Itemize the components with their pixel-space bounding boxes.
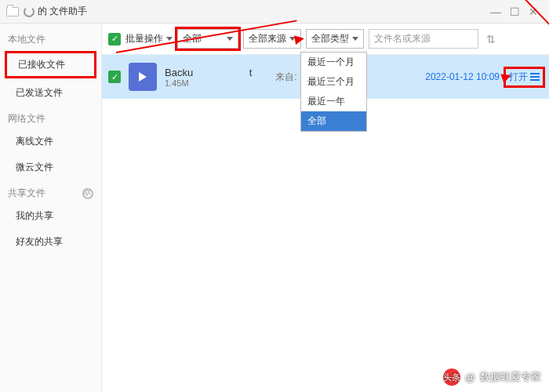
sort-button[interactable]: ⇅ <box>483 33 499 45</box>
close-button[interactable]: ✕ <box>524 4 543 20</box>
chevron-down-icon <box>166 37 173 41</box>
file-checkbox[interactable]: ✓ <box>108 71 121 83</box>
watermark: 头条 @ 数据蛙夏专家 <box>443 368 541 386</box>
chevron-down-icon <box>227 37 233 41</box>
sidebar-item-myshare[interactable]: 我的共享 <box>0 203 101 229</box>
dd-item-1year[interactable]: 最近一年 <box>301 92 366 111</box>
sidebar-item-offline[interactable]: 离线文件 <box>0 129 101 154</box>
sidebar-section-network: 网络文件 <box>0 106 101 129</box>
folder-icon <box>6 7 19 16</box>
dd-item-1month[interactable]: 最近一个月 <box>301 53 366 72</box>
menu-icon[interactable] <box>530 71 540 82</box>
source-filter-dropdown[interactable]: 全部来源 <box>243 29 301 49</box>
sidebar-item-sent[interactable]: 已发送文件 <box>0 80 101 106</box>
watermark-author: 数据蛙夏专家 <box>480 370 541 384</box>
minimize-button[interactable]: — <box>486 4 505 20</box>
file-size: 1.45M <box>165 78 252 88</box>
sidebar-item-weiyun[interactable]: 微云文件 <box>0 154 101 180</box>
dd-item-all[interactable]: 全部 <box>301 111 366 131</box>
file-name-suffix: t <box>249 67 253 78</box>
sidebar-section-local: 本地文件 <box>0 27 101 49</box>
gear-icon[interactable] <box>82 188 93 199</box>
toolbar: ✓ 批量操作 全部 全部来源 全部类型 文件名或来源 ⇅ <box>102 24 549 55</box>
chevron-down-icon <box>352 37 358 41</box>
time-filter-menu: 最近一个月 最近三个月 最近一年 全部 <box>300 52 367 132</box>
watermark-logo-icon: 头条 <box>443 368 460 386</box>
dd-item-3month[interactable]: 最近三个月 <box>301 72 366 92</box>
batch-operations-label[interactable]: 批量操作 <box>125 32 173 45</box>
file-date: 2022-01-12 10:09 <box>425 71 500 82</box>
time-filter-dropdown[interactable]: 全部 <box>177 29 238 49</box>
sidebar: 本地文件 已接收文件 已发送文件 网络文件 离线文件 微云文件 共享文件 我的共… <box>0 24 102 392</box>
window-title: 的 文件助手 <box>38 5 87 18</box>
annotation-arrowhead <box>294 34 305 45</box>
watermark-at: @ <box>465 372 475 383</box>
file-info: Backuxxxxxxxxxxxt 1.45M <box>165 67 252 88</box>
sidebar-section-shared: 共享文件 <box>0 180 101 203</box>
search-input[interactable]: 文件名或来源 <box>369 29 478 49</box>
title-bar: 的 文件助手 — ☐ ✕ <box>0 0 549 24</box>
refresh-icon <box>24 6 35 17</box>
select-all-checkbox[interactable]: ✓ <box>108 33 121 45</box>
sidebar-section-shared-label: 共享文件 <box>8 187 45 200</box>
maximize-button[interactable]: ☐ <box>505 4 524 20</box>
file-name-prefix: Backu <box>165 67 193 78</box>
type-filter-dropdown[interactable]: 全部类型 <box>306 29 364 49</box>
video-file-icon <box>129 63 157 91</box>
sidebar-item-friendshare[interactable]: 好友的共享 <box>0 229 101 255</box>
sidebar-item-received[interactable]: 已接收文件 <box>5 51 96 78</box>
